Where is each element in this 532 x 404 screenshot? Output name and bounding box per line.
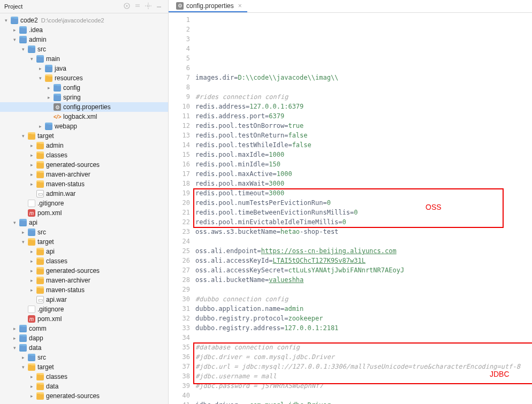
chevron-right-icon[interactable]: ▸ [46,85,51,90]
code-line[interactable]: redis.pool.timeout=3000 [195,188,532,198]
tree-item-admin-war[interactable]: ▸▭admin.war [0,189,168,199]
chevron-down-icon[interactable]: ▾ [20,47,26,52]
chevron-right-icon[interactable]: ▸ [37,124,43,129]
chevron-right-icon[interactable]: ▸ [29,374,34,379]
code-line[interactable] [195,82,532,92]
chevron-right-icon[interactable]: ▸ [29,384,34,389]
tree-item-maven-archiver[interactable]: ▸maven-archiver [0,276,168,285]
tree-item--idea[interactable]: ▸.idea [0,25,168,35]
code-area[interactable]: 1234567891011121314151617181920212223242… [169,13,532,404]
code-line[interactable]: redis.pool.testOnBorrow=true [195,121,532,131]
code-line[interactable]: #jdbc.username = mall [195,371,532,381]
code-line[interactable] [195,333,532,342]
tree-item-java[interactable]: ▸java [0,64,168,73]
code-line[interactable]: oss.ali.accessKeyId=LTAI5tQChcT127K9Sv87… [195,256,532,265]
code-line[interactable]: redis.address.port=6379 [195,111,532,121]
tree-item-dapp[interactable]: ▸dapp [0,333,168,343]
tree-item-resources[interactable]: ▾resources [0,73,168,83]
tree-item-data[interactable]: ▾data [0,343,168,353]
code-line[interactable]: redis.pool.minEvictableIdleTimeMillis=0 [195,217,532,227]
code-line[interactable]: redis.pool.numTestsPerEvictionRun=0 [195,198,532,208]
tree-item-api-war[interactable]: ▸▭api.war [0,295,168,304]
tree-item-src[interactable]: ▾src [0,44,168,54]
tree-item-src[interactable]: ▸src [0,353,168,362]
code-line[interactable]: dubbo.registry.protocol=zookeeper [195,314,532,323]
chevron-right-icon[interactable]: ▸ [29,153,34,158]
code-line[interactable]: oss.ali.accessKeySecret=ctLuLsYANAtjJwbi… [195,265,532,275]
code-line[interactable]: redis.pool.maxWait=3000 [195,179,532,188]
close-icon[interactable]: × [238,2,242,10]
chevron-right-icon[interactable]: ▸ [29,393,34,399]
tree-item-logback-xml[interactable]: ▸</>logback.xml [0,112,168,121]
chevron-right-icon[interactable]: ▸ [29,162,34,167]
chevron-right-icon[interactable]: ▸ [29,249,34,254]
tree-item-comm[interactable]: ▸comm [0,324,168,333]
tree-item-main[interactable]: ▾main [0,54,168,64]
code-line[interactable]: redis.pool.maxIdle=1000 [195,150,532,159]
project-tree[interactable]: ▾code2D:\code\javacode\code2▸.idea▾admin… [0,13,168,403]
chevron-down-icon[interactable]: ▾ [12,37,17,42]
tree-item-spring[interactable]: ▸spring [0,93,168,102]
code-line[interactable]: dubbo.registry.address=127.0.0.1:2181 [195,323,532,333]
tree-item-api[interactable]: ▸api [0,247,168,256]
code-line[interactable]: redis.pool.testOnReturn=false [195,131,532,140]
chevron-right-icon[interactable]: ▸ [46,95,51,100]
code-line[interactable]: oss.ali.endpoint=https://oss-cn-beijing.… [195,246,532,256]
tree-item-webapp[interactable]: ▸webapp [0,121,168,131]
code-line[interactable]: #jdbc.password = jSrWRhXSWGepnNf7 [195,381,532,391]
tree-item-admin[interactable]: ▸admin [0,141,168,150]
chevron-down-icon[interactable]: ▾ [12,345,17,350]
settings-icon[interactable] [145,2,153,11]
chevron-right-icon[interactable]: ▸ [29,278,34,283]
tree-item-classes[interactable]: ▸classes [0,372,168,382]
tree-item-maven-status[interactable]: ▸maven-status [0,179,168,189]
tree-item-data[interactable]: ▸data [0,382,168,391]
tree-item-classes[interactable]: ▸classes [0,256,168,266]
code-line[interactable] [195,391,532,400]
code-line[interactable]: images.dir=D:\\code\\javacode\\imag\\ [195,73,532,82]
tree-item-generated-sources[interactable]: ▸generated-sources [0,160,168,170]
code-line[interactable]: redis.pool.maxActive=1000 [195,169,532,179]
hide-icon[interactable] [155,2,164,11]
tree-item-src[interactable]: ▸src [0,227,168,237]
chevron-right-icon[interactable]: ▸ [29,268,34,273]
code-line[interactable]: dubbo.application.name=admin [195,304,532,314]
tree-item--gitignore[interactable]: ▸.gitignore [0,199,168,208]
collapse-all-icon[interactable] [134,2,142,11]
tree-item-code2[interactable]: ▾code2D:\code\javacode\code2 [0,16,168,25]
chevron-down-icon[interactable]: ▾ [3,18,9,23]
code-line[interactable]: jdbc.driver = com.mysql.jdbc.Driver [195,400,532,404]
tree-item-admin[interactable]: ▾admin [0,35,168,44]
tree-item-generated-sources[interactable]: ▸generated-sources [0,391,168,401]
tree-item--gitignore[interactable]: ▸.gitignore [0,304,168,314]
chevron-down-icon[interactable]: ▾ [29,56,34,62]
code-line[interactable] [195,237,532,246]
chevron-right-icon[interactable]: ▸ [37,66,43,71]
chevron-right-icon[interactable]: ▸ [12,336,17,341]
code-line[interactable]: redis.address=127.0.0.1:6379 [195,102,532,111]
chevron-right-icon[interactable]: ▸ [29,172,34,177]
code-line[interactable]: #rides connection config [195,92,532,102]
tree-item-config[interactable]: ▸config [0,83,168,93]
chevron-right-icon[interactable]: ▸ [12,326,17,331]
chevron-down-icon[interactable]: ▾ [20,133,26,139]
tree-item-pom-xml[interactable]: ▸mpom.xml [0,208,168,218]
code-line[interactable] [195,285,532,294]
chevron-right-icon[interactable]: ▸ [20,355,26,360]
code-line[interactable]: #database connection config [195,342,532,352]
chevron-right-icon[interactable]: ▸ [29,181,34,187]
tree-item-classes[interactable]: ▸classes [0,150,168,160]
tree-item-api[interactable]: ▾api [0,218,168,227]
chevron-right-icon[interactable]: ▸ [29,258,34,264]
tree-item-pom-xml[interactable]: ▸mpom.xml [0,314,168,324]
code-line[interactable]: oss.ali.bucketName=valueshha [195,275,532,285]
code-line[interactable]: #jdbc.url = jdbc:mysql://127.0.0.1:3306/… [195,362,532,371]
code-line[interactable]: #jdbc.driver = com.mysql.jdbc.Driver [195,352,532,362]
code-line[interactable]: #dubbo connection config [195,294,532,304]
tree-item-config-properties[interactable]: ▸⚙config.properties [0,102,168,112]
code-line[interactable]: redis.pool.timeBetweenEvictionRunsMillis… [195,208,532,217]
tree-item-maven-status[interactable]: ▸maven-status [0,285,168,295]
code-line[interactable]: redis.pool.testWhileIdle=false [195,140,532,150]
code-line[interactable]: redis.pool.minIdle=150 [195,159,532,169]
tree-item-maven-archiver[interactable]: ▸maven-archiver [0,170,168,179]
